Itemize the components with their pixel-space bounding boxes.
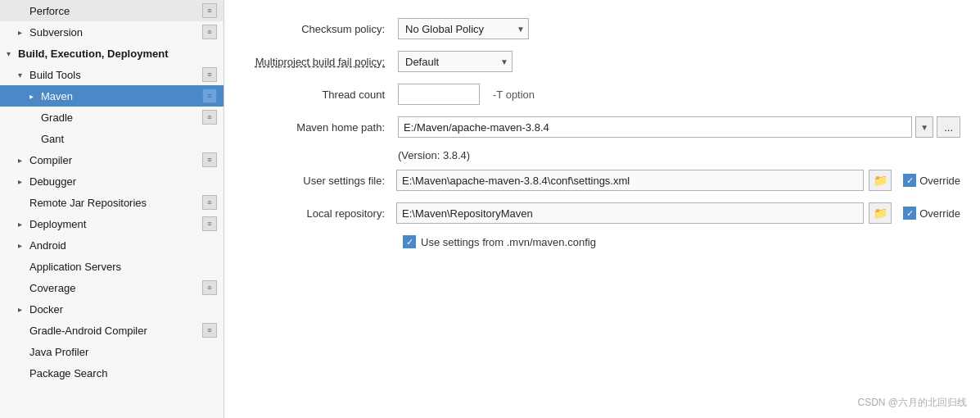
sidebar-item-label: Debugger bbox=[29, 175, 217, 188]
sidebar-item-build-tools[interactable]: ▾Build Tools≡ bbox=[0, 64, 224, 85]
sidebar-item-settings-icon: ≡ bbox=[202, 67, 217, 82]
sidebar-item-compiler[interactable]: ▸Compiler≡ bbox=[0, 149, 224, 170]
checksum-policy-row: Checksum policy: No Global Policy ▼ bbox=[244, 18, 960, 39]
local-repo-override-label: Override bbox=[919, 207, 960, 220]
maven-home-input[interactable] bbox=[398, 116, 912, 138]
sidebar-item-label: Maven bbox=[41, 90, 202, 102]
sidebar-item-label: Gradle-Android Compiler bbox=[29, 325, 202, 337]
thread-count-option-label: -T option bbox=[493, 89, 535, 101]
multiproject-row: Multiproject build fail policy: Default … bbox=[244, 51, 960, 72]
sidebar-item-settings-icon: ≡ bbox=[202, 3, 217, 18]
thread-count-input[interactable] bbox=[398, 84, 480, 105]
checksum-policy-label: Checksum policy: bbox=[244, 23, 391, 35]
sidebar-item-label: Compiler bbox=[29, 154, 202, 166]
sidebar-item-debugger[interactable]: ▸Debugger bbox=[0, 170, 224, 192]
sidebar-item-settings-icon: ≡ bbox=[202, 323, 217, 338]
sidebar-item-settings-icon: ≡ bbox=[202, 280, 217, 295]
watermark-text: CSDN @六月的北回归线 bbox=[857, 396, 967, 410]
sidebar-item-label: Gradle bbox=[41, 111, 202, 124]
sidebar-arrow-icon: ▸ bbox=[18, 156, 29, 165]
sidebar-item-settings-icon: ≡ bbox=[202, 89, 217, 103]
sidebar-item-deployment[interactable]: ▸Deployment≡ bbox=[0, 213, 224, 234]
sidebar-item-application-servers[interactable]: Application Servers bbox=[0, 256, 224, 277]
sidebar-item-label: Android bbox=[29, 239, 217, 252]
sidebar-item-gradle[interactable]: Gradle≡ bbox=[0, 107, 224, 128]
sidebar-item-label: Java Profiler bbox=[29, 346, 217, 358]
sidebar-arrow-icon: ▾ bbox=[18, 70, 29, 80]
sidebar-item-label: Build Tools bbox=[29, 69, 202, 81]
sidebar-item-package-search[interactable]: Package Search bbox=[0, 362, 224, 384]
maven-home-dropdown-btn[interactable]: ▼ bbox=[915, 116, 933, 138]
use-settings-row: ✓ Use settings from .mvn/maven.config bbox=[244, 235, 960, 248]
sidebar-item-settings-icon: ≡ bbox=[202, 152, 217, 167]
multiproject-value: Default bbox=[405, 56, 497, 68]
use-settings-label: Use settings from .mvn/maven.config bbox=[421, 236, 596, 248]
local-repo-override-checkbox[interactable]: ✓ bbox=[903, 207, 916, 220]
sidebar-item-gradle-android[interactable]: Gradle-Android Compiler≡ bbox=[0, 320, 224, 341]
sidebar-arrow-icon: ▸ bbox=[18, 241, 29, 250]
thread-count-label: Thread count bbox=[244, 89, 391, 101]
user-settings-override-checkbox[interactable]: ✓ bbox=[903, 174, 916, 187]
sidebar-item-label: Perforce bbox=[29, 5, 202, 17]
user-settings-input[interactable] bbox=[396, 170, 864, 191]
maven-home-row: Maven home path: ▼ ... bbox=[244, 116, 960, 138]
sidebar-item-settings-icon: ≡ bbox=[202, 216, 217, 231]
local-repo-override-box: ✓ Override bbox=[903, 207, 960, 220]
checksum-policy-arrow-icon: ▼ bbox=[517, 25, 525, 34]
checksum-policy-value: No Global Policy bbox=[405, 23, 513, 35]
sidebar-item-android[interactable]: ▸Android bbox=[0, 234, 224, 256]
local-repo-label: Local repository: bbox=[244, 207, 391, 220]
local-repo-browse-btn[interactable]: 📁 bbox=[869, 202, 892, 224]
sidebar-item-label: Coverage bbox=[29, 282, 202, 294]
multiproject-arrow-icon: ▼ bbox=[500, 57, 508, 66]
sidebar-arrow-icon: ▸ bbox=[18, 177, 29, 186]
sidebar-item-label: Build, Execution, Deployment bbox=[18, 48, 217, 60]
user-settings-override-box: ✓ Override bbox=[903, 174, 960, 187]
sidebar-item-label: Gant bbox=[41, 133, 217, 145]
sidebar-item-settings-icon: ≡ bbox=[202, 195, 217, 210]
sidebar-item-label: Remote Jar Repositories bbox=[29, 197, 202, 209]
user-settings-browse-btn[interactable]: 📁 bbox=[869, 170, 892, 191]
local-repo-input[interactable] bbox=[396, 202, 864, 224]
sidebar-item-coverage[interactable]: Coverage≡ bbox=[0, 277, 224, 298]
sidebar-item-subversion[interactable]: ▸Subversion≡ bbox=[0, 21, 224, 43]
sidebar-item-java-profiler[interactable]: Java Profiler bbox=[0, 341, 224, 362]
sidebar-item-settings-icon: ≡ bbox=[202, 110, 217, 125]
multiproject-label: Multiproject build fail policy: bbox=[244, 56, 391, 68]
local-repo-row: Local repository: 📁 ✓ Override bbox=[244, 202, 960, 224]
sidebar-arrow-icon: ▸ bbox=[29, 92, 41, 101]
user-settings-override-label: Override bbox=[919, 175, 960, 187]
sidebar-item-maven[interactable]: ▸Maven≡ bbox=[0, 85, 224, 107]
user-settings-row: User settings file: 📁 ✓ Override bbox=[244, 170, 960, 191]
sidebar-arrow-icon: ▸ bbox=[18, 220, 29, 229]
main-content: Checksum policy: No Global Policy ▼ Mult… bbox=[224, 0, 980, 418]
use-settings-checkbox[interactable]: ✓ bbox=[403, 235, 416, 248]
sidebar-item-label: Docker bbox=[29, 303, 217, 316]
sidebar-item-gant[interactable]: Gant bbox=[0, 128, 224, 149]
sidebar-item-settings-icon: ≡ bbox=[202, 25, 217, 39]
maven-home-browse-btn[interactable]: ... bbox=[937, 116, 960, 138]
sidebar: Perforce≡▸Subversion≡▾Build, Execution, … bbox=[0, 0, 224, 418]
sidebar-item-label: Application Servers bbox=[29, 261, 217, 273]
sidebar-item-docker[interactable]: ▸Docker bbox=[0, 298, 224, 320]
checksum-policy-dropdown[interactable]: No Global Policy ▼ bbox=[398, 18, 529, 39]
sidebar-item-label: Subversion bbox=[29, 26, 202, 39]
sidebar-arrow-icon: ▸ bbox=[18, 305, 29, 314]
sidebar-item-label: Deployment bbox=[29, 218, 202, 230]
sidebar-item-label: Package Search bbox=[29, 367, 217, 379]
sidebar-item-perforce[interactable]: Perforce≡ bbox=[0, 0, 224, 21]
maven-version-text: (Version: 3.8.4) bbox=[398, 149, 960, 161]
maven-home-label: Maven home path: bbox=[244, 121, 391, 134]
thread-count-row: Thread count -T option bbox=[244, 84, 960, 105]
sidebar-arrow-icon: ▾ bbox=[7, 49, 18, 58]
sidebar-item-remote-jar[interactable]: Remote Jar Repositories≡ bbox=[0, 192, 224, 213]
user-settings-label: User settings file: bbox=[244, 175, 391, 187]
multiproject-dropdown[interactable]: Default ▼ bbox=[398, 51, 513, 72]
sidebar-item-build-execution-deployment[interactable]: ▾Build, Execution, Deployment bbox=[0, 43, 224, 64]
sidebar-arrow-icon: ▸ bbox=[18, 28, 29, 37]
